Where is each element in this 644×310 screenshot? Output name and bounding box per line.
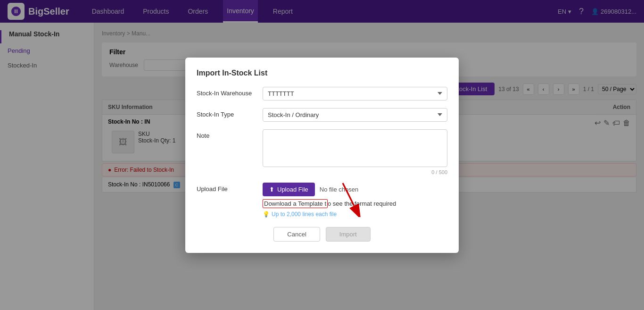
import-modal: Import In-Stock List Stock-In Warehouse …: [185, 58, 459, 253]
warehouse-field-label: Stock-In Warehouse: [197, 87, 263, 97]
note-textarea[interactable]: [263, 129, 447, 167]
note-control: 0 / 500: [263, 129, 447, 175]
upload-control: ⬆ Upload File No file chosen Download a …: [263, 183, 447, 218]
upload-icon: ⬆: [269, 186, 274, 193]
modal-title: Import In-Stock List: [197, 69, 447, 77]
download-link-wrapper: Download a Template to see the format re…: [263, 200, 396, 207]
file-limit-text: Up to 2,000 lines each file: [272, 211, 337, 218]
type-field-label: Stock-In Type: [197, 108, 263, 118]
warehouse-select[interactable]: TTTTTTT: [263, 87, 447, 101]
type-control: Stock-In / Ordinary: [263, 108, 447, 122]
warehouse-row: Stock-In Warehouse TTTTTTT: [197, 87, 447, 101]
download-suffix: o see the format required: [328, 200, 396, 207]
bulb-icon: 💡: [263, 211, 270, 218]
cancel-button[interactable]: Cancel: [273, 227, 320, 242]
file-limit: 💡 Up to 2,000 lines each file: [263, 211, 447, 218]
upload-section: ⬆ Upload File No file chosen: [263, 183, 447, 196]
char-count: 0 / 500: [263, 169, 447, 175]
warehouse-control: TTTTTTT: [263, 87, 447, 101]
type-select[interactable]: Stock-In / Ordinary: [263, 108, 447, 122]
upload-file-button[interactable]: ⬆ Upload File: [263, 183, 315, 196]
download-template-link[interactable]: Download a Template t: [263, 199, 328, 208]
note-row: Note 0 / 500: [197, 129, 447, 175]
type-row: Stock-In Type Stock-In / Ordinary: [197, 108, 447, 122]
upload-row: Upload File ⬆ Upload File No file chosen…: [197, 183, 447, 218]
upload-field-label: Upload File: [197, 183, 263, 193]
note-field-label: Note: [197, 129, 263, 139]
no-file-label: No file chosen: [320, 186, 358, 193]
upload-btn-label: Upload File: [277, 186, 308, 193]
modal-import-button[interactable]: Import: [326, 227, 371, 242]
modal-overlay: Import In-Stock List Stock-In Warehouse …: [0, 0, 644, 310]
modal-footer: Cancel Import: [197, 227, 447, 242]
